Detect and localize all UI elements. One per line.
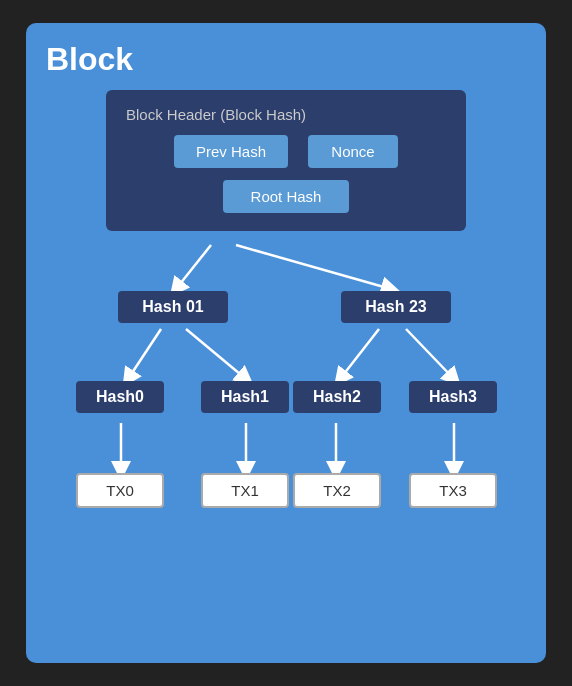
svg-line-2 bbox=[236, 245, 391, 289]
hash23-box: Hash 23 bbox=[341, 291, 451, 323]
block-header-title: Block Header (Block Hash) bbox=[126, 106, 306, 123]
tx2-box: TX2 bbox=[293, 473, 381, 508]
svg-line-3 bbox=[128, 329, 161, 379]
hash2-box: Hash2 bbox=[293, 381, 381, 413]
block-header-box: Block Header (Block Hash) Prev Hash Nonc… bbox=[106, 90, 466, 231]
header-fields-row: Prev Hash Nonce bbox=[174, 135, 398, 168]
svg-line-5 bbox=[340, 329, 379, 379]
svg-line-4 bbox=[186, 329, 246, 379]
root-hash-cell: Root Hash bbox=[223, 180, 350, 213]
svg-line-1 bbox=[176, 245, 211, 289]
nonce-cell: Nonce bbox=[308, 135, 398, 168]
tx0-box: TX0 bbox=[76, 473, 164, 508]
hash1-box: Hash1 bbox=[201, 381, 289, 413]
svg-line-6 bbox=[406, 329, 454, 379]
hash0-box: Hash0 bbox=[76, 381, 164, 413]
merkle-tree-area: Hash 01 Hash 23 Hash0 Hash1 Hash2 Hash3 … bbox=[46, 231, 526, 651]
tx3-box: TX3 bbox=[409, 473, 497, 508]
block-title: Block bbox=[46, 41, 526, 78]
hash01-box: Hash 01 bbox=[118, 291, 228, 323]
hash3-box: Hash3 bbox=[409, 381, 497, 413]
prev-hash-cell: Prev Hash bbox=[174, 135, 288, 168]
block-container: Block Block Header (Block Hash) Prev Has… bbox=[26, 23, 546, 663]
tx1-box: TX1 bbox=[201, 473, 289, 508]
